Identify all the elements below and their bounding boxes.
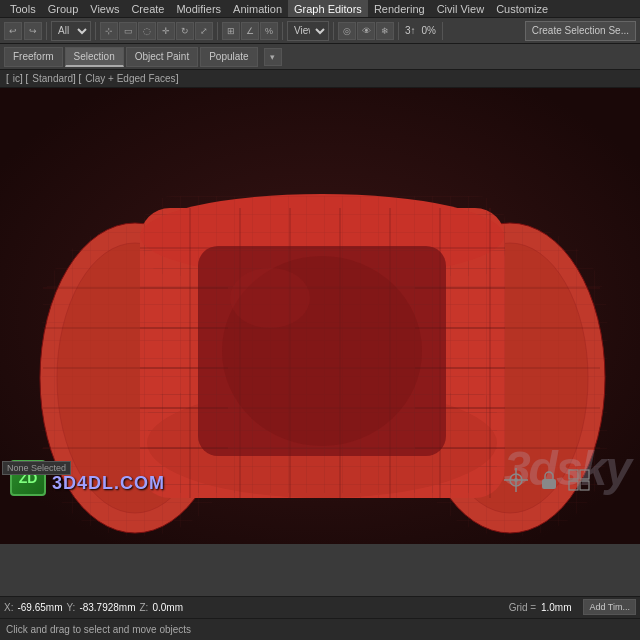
freeze-icon[interactable]: ❄ bbox=[376, 22, 394, 40]
isolate-icon[interactable]: ◎ bbox=[338, 22, 356, 40]
separator7 bbox=[442, 22, 443, 40]
svg-rect-49 bbox=[569, 481, 578, 490]
undo-icon[interactable]: ↩ bbox=[4, 22, 22, 40]
separator2 bbox=[95, 22, 96, 40]
angle-snap-icon[interactable]: ∠ bbox=[241, 22, 259, 40]
menu-create[interactable]: Create bbox=[125, 0, 170, 17]
tab-selection[interactable]: Selection bbox=[65, 47, 124, 67]
status-bar: X: -69.65mm Y: -83.7928mm Z: 0.0mm Grid … bbox=[0, 596, 640, 640]
svg-rect-48 bbox=[580, 470, 589, 479]
svg-point-16 bbox=[230, 268, 310, 328]
z-coord-label: Z: bbox=[140, 602, 149, 613]
sub-toolbar: Freeform Selection Object Paint Populate… bbox=[0, 44, 640, 70]
menu-animation[interactable]: Animation bbox=[227, 0, 288, 17]
tab-populate[interactable]: Populate bbox=[200, 47, 257, 67]
viewport-mode-label: [ bbox=[6, 73, 9, 84]
redo-icon[interactable]: ↪ bbox=[24, 22, 42, 40]
main-toolbar: ↩ ↪ All ⊹ ▭ ◌ ✛ ↻ ⤢ ⊞ ∠ % View ◎ 👁 ❄ 3↑ … bbox=[0, 18, 640, 44]
select-icon[interactable]: ⊹ bbox=[100, 22, 118, 40]
separator bbox=[46, 22, 47, 40]
svg-point-44 bbox=[514, 478, 518, 482]
status-bar-top: X: -69.65mm Y: -83.7928mm Z: 0.0mm Grid … bbox=[0, 597, 640, 619]
grid-icon bbox=[502, 466, 530, 494]
viewport-label-standard: Standard bbox=[32, 73, 73, 84]
separator4 bbox=[282, 22, 283, 40]
menu-bar: Tools Group Views Create Modifiers Anima… bbox=[0, 0, 640, 18]
viewport-label-shading: Clay + Edged Faces bbox=[85, 73, 175, 84]
view-select[interactable]: View bbox=[287, 21, 329, 41]
menu-tools[interactable]: Tools bbox=[4, 0, 42, 17]
svg-rect-45 bbox=[542, 479, 556, 489]
x-coord-label: X: bbox=[4, 602, 13, 613]
create-selection-button[interactable]: Create Selection Se... bbox=[525, 21, 636, 41]
site-url-text: 3D4DL.COM bbox=[52, 473, 165, 494]
separator6 bbox=[398, 22, 399, 40]
menu-rendering[interactable]: Rendering bbox=[368, 0, 431, 17]
grid-label: Grid = 1.0mm bbox=[509, 602, 572, 613]
snap-icon[interactable]: ⊞ bbox=[222, 22, 240, 40]
y-coord-value: -83.7928mm bbox=[79, 602, 135, 613]
menu-views[interactable]: Views bbox=[84, 0, 125, 17]
lasso-icon[interactable]: ◌ bbox=[138, 22, 156, 40]
tab-freeform[interactable]: Freeform bbox=[4, 47, 63, 67]
none-selected-badge: None Selected bbox=[2, 461, 71, 475]
hide-icon[interactable]: 👁 bbox=[357, 22, 375, 40]
viewport-label-ic: ic bbox=[13, 73, 20, 84]
percent-snap-icon[interactable]: % bbox=[260, 22, 278, 40]
viewport-3d[interactable]: 3dsky ZD 3D4DL.COM None Selected bbox=[0, 88, 640, 544]
svg-rect-46 bbox=[568, 469, 590, 491]
display-icons: ◎ 👁 ❄ bbox=[338, 22, 394, 40]
select-region-icon[interactable]: ▭ bbox=[119, 22, 137, 40]
viewport-nav-icons bbox=[502, 466, 590, 494]
move-icon[interactable]: ✛ bbox=[157, 22, 175, 40]
snap-icons: ⊞ ∠ % bbox=[222, 22, 278, 40]
menu-graph-editors[interactable]: Graph Editors bbox=[288, 0, 368, 17]
viewport-options-icon bbox=[568, 469, 590, 491]
status-message: Click and drag to select and move object… bbox=[6, 624, 191, 635]
scale-icon[interactable]: ⤢ bbox=[195, 22, 213, 40]
add-time-button[interactable]: Add Tim... bbox=[583, 599, 636, 615]
menu-modifiers[interactable]: Modifiers bbox=[170, 0, 227, 17]
selection-filter-select[interactable]: All bbox=[51, 21, 91, 41]
svg-rect-47 bbox=[569, 470, 578, 479]
separator3 bbox=[217, 22, 218, 40]
status-bar-bottom: Click and drag to select and move object… bbox=[0, 619, 640, 640]
svg-rect-50 bbox=[580, 481, 589, 490]
populate-options-icon[interactable]: ▾ bbox=[264, 48, 282, 66]
percent-value: 0% bbox=[420, 25, 438, 36]
viewport-label-bar: [ ic ] [ Standard ] [ Clay + Edged Faces… bbox=[0, 70, 640, 88]
transform-icons: ⊹ ▭ ◌ ✛ ↻ ⤢ bbox=[100, 22, 213, 40]
z-coord-value: 0.0mm bbox=[152, 602, 183, 613]
separator5 bbox=[333, 22, 334, 40]
percent-indicator: 3↑ bbox=[403, 25, 418, 36]
y-coord-label: Y: bbox=[66, 602, 75, 613]
menu-group[interactable]: Group bbox=[42, 0, 85, 17]
tab-object-paint[interactable]: Object Paint bbox=[126, 47, 198, 67]
lock-icon bbox=[538, 469, 560, 491]
x-coord-value: -69.65mm bbox=[17, 602, 62, 613]
menu-customize[interactable]: Customize bbox=[490, 0, 554, 17]
menu-civil-view[interactable]: Civil View bbox=[431, 0, 490, 17]
rotate-icon[interactable]: ↻ bbox=[176, 22, 194, 40]
